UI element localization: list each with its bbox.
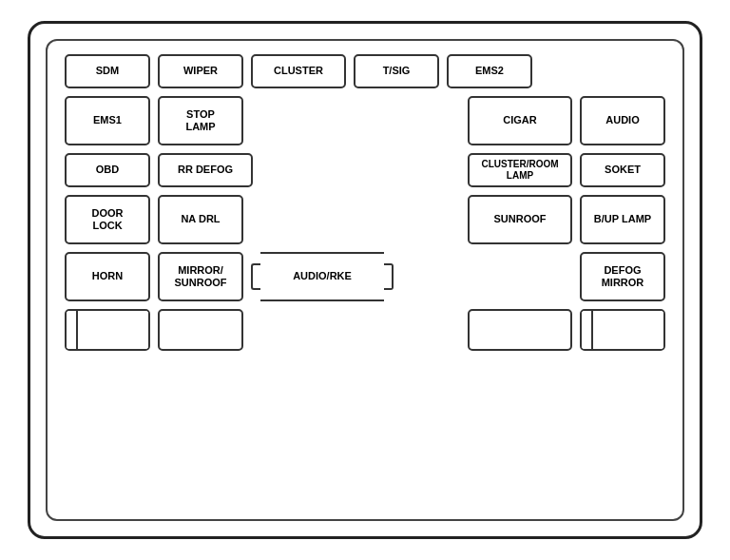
bottom-left-tab2 <box>137 311 148 349</box>
outer-border: SDM WIPER CLUSTER T/SIG EMS2 EMS1 STOPLA… <box>28 21 702 539</box>
fuse-audio: AUDIO <box>580 96 665 145</box>
fuse-soket: SOKET <box>580 153 665 187</box>
fuse-tsig: T/SIG <box>354 54 439 88</box>
row-6 <box>65 309 665 351</box>
fuse-doorlock: DOORLOCK <box>65 195 150 244</box>
fuse-wiper: WIPER <box>158 54 243 88</box>
fuse-sunroof: SUNROOF <box>468 195 572 244</box>
row-1: SDM WIPER CLUSTER T/SIG EMS2 <box>65 54 665 88</box>
fuse-cigar: CIGAR <box>468 96 572 145</box>
fuse-rrdefog: RR DEFOG <box>158 153 253 187</box>
bottom-right-body <box>593 311 652 349</box>
fuse-audiroke-group: AUDIO/RKE <box>251 252 394 301</box>
bottom-left-body <box>78 311 137 349</box>
fuse-bottom-blank1 <box>158 309 243 351</box>
fuse-ems1: EMS1 <box>65 96 150 145</box>
fuse-sdm: SDM <box>65 54 150 88</box>
fuse-obd: OBD <box>65 153 150 187</box>
audiroke-tab-left <box>251 263 260 290</box>
fuse-bottom-left <box>65 309 150 351</box>
fuse-buplamp: B/UP LAMP <box>580 195 665 244</box>
fuse-cluster: CLUSTER <box>251 54 346 88</box>
fuse-audiroke: AUDIO/RKE <box>260 252 384 301</box>
fuse-defogmirror: DEFOGMIRROR <box>580 252 665 301</box>
fuse-bottom-right <box>580 309 665 351</box>
row-4: DOORLOCK NA DRL SUNROOF B/UP LAMP <box>65 195 665 244</box>
bottom-right-tab1 <box>582 311 593 349</box>
fuse-mirrorsunroof: MIRROR/SUNROOF <box>158 252 243 301</box>
row-3: OBD RR DEFOG CLUSTER/ROOMLAMP SOKET <box>65 153 665 187</box>
fuse-horn: HORN <box>65 252 150 301</box>
audiroke-tab-right <box>384 263 394 290</box>
fuse-nadrl: NA DRL <box>158 195 243 244</box>
fuse-stoplamp: STOPLAMP <box>158 96 243 145</box>
fuse-ems2: EMS2 <box>447 54 532 88</box>
bottom-right-tab2 <box>652 311 663 349</box>
bottom-left-tab1 <box>67 311 78 349</box>
row-2: EMS1 STOPLAMP CIGAR AUDIO <box>65 96 665 145</box>
inner-border: SDM WIPER CLUSTER T/SIG EMS2 EMS1 STOPLA… <box>46 39 684 521</box>
fuse-clusterroom: CLUSTER/ROOMLAMP <box>468 153 572 187</box>
fuse-bottom-blank2 <box>468 309 572 351</box>
row-5: HORN MIRROR/SUNROOF AUDIO/RKE DEFOGMIRRO… <box>65 252 665 301</box>
